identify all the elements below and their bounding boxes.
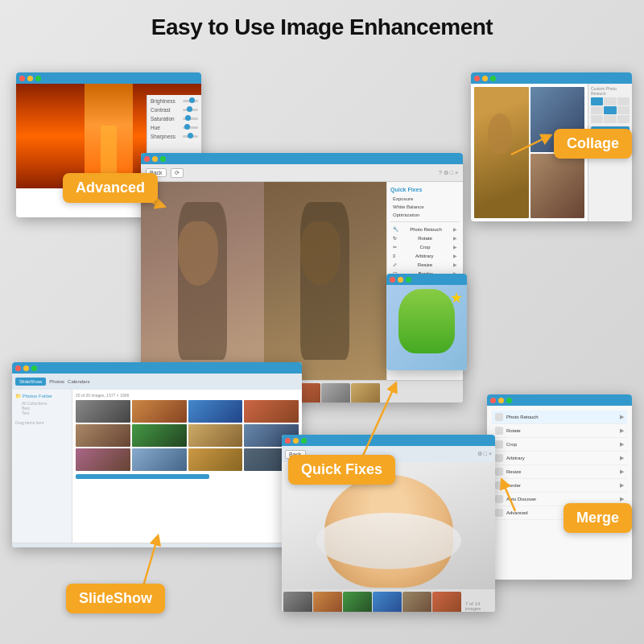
min-dot-baby — [293, 438, 299, 444]
strip-thumb-7 — [321, 383, 350, 403]
baby-thumb-2 — [313, 592, 342, 612]
merge-photo-retouch[interactable]: Photo Retouch ▶ — [492, 411, 627, 424]
ss-thumb-10 — [132, 448, 187, 471]
crop-icon — [495, 440, 503, 448]
canvas-area: Brightness Contrast Saturation Hue Sharp… — [0, 48, 644, 644]
baby-thumb-3 — [343, 592, 372, 612]
qf-rotate[interactable]: ↻ Rotate ▶ — [390, 233, 460, 242]
slideshow-progress — [76, 474, 209, 479]
photo-after — [264, 182, 387, 380]
merge-body: Photo Retouch ▶ Rotate ▶ Crop ▶ Arbitrar… — [487, 406, 632, 580]
max-dot-merge — [506, 398, 512, 403]
photo-before — [141, 182, 264, 380]
collage-photo-1 — [474, 87, 529, 218]
min-dot-merge — [498, 398, 504, 403]
cartoon-star-icon: ★ — [450, 289, 463, 307]
titlebar-baby — [282, 435, 495, 446]
slideshow-grid-area: 20 of 20 images, 1577 × 1606 — [72, 390, 302, 543]
titlebar-collage — [471, 72, 632, 84]
slideshow-count: 20 of 20 images, 1577 × 1606 — [76, 393, 299, 398]
ss-thumb-5 — [76, 424, 130, 447]
max-dot-collage — [490, 76, 496, 81]
photo-retouch-icon — [495, 413, 503, 421]
merge-resize[interactable]: Resize ▶ — [492, 465, 627, 479]
callout-quickfixes: Quick Fixes — [288, 455, 395, 485]
photo-compare — [141, 182, 386, 380]
slideshow-tab[interactable]: SlideShow — [15, 378, 46, 386]
baby-filmstrip: 7 of 14 images — [282, 589, 495, 612]
titlebar-merge — [487, 394, 632, 406]
arbitrary-icon — [495, 454, 503, 462]
divider-1 — [390, 221, 460, 222]
titlebar-quickfixes — [141, 153, 463, 164]
baby-thumb-6 — [432, 592, 461, 612]
titlebar-advanced — [16, 72, 201, 84]
rotate-icon — [495, 427, 503, 435]
slider-hue: Hue — [151, 125, 198, 130]
min-dot-collage — [482, 76, 488, 81]
merge-arbitrary[interactable]: Arbitrary ▶ — [492, 452, 627, 465]
merge-crop[interactable]: Crop ▶ — [492, 438, 627, 452]
ss-thumb-9 — [76, 448, 130, 471]
qf-title: Quick Fixes — [390, 187, 460, 192]
qf-photo-retouch[interactable]: 🔧 Photo Retouch ▶ — [390, 225, 460, 233]
ss-thumb-7 — [188, 424, 243, 447]
slider-saturation: Saturation — [151, 116, 198, 122]
slider-contrast: Contrast — [151, 107, 198, 113]
qf-white-balance[interactable]: White Balance — [390, 203, 460, 211]
advanced-icon — [495, 509, 503, 517]
qf-resize[interactable]: ⤢ Resize ▶ — [390, 260, 460, 269]
cartoon-figure — [398, 289, 455, 353]
min-dot — [27, 76, 33, 81]
window-cartoon: ★ — [386, 274, 467, 370]
slider-sharpness: Sharpness — [151, 134, 198, 139]
slider-brightness: Brightness — [151, 98, 198, 104]
ss-thumb-2 — [132, 400, 187, 423]
collage-photo-3 — [530, 154, 585, 219]
callout-collage: Collage — [554, 129, 632, 159]
titlebar-slideshow — [12, 362, 302, 374]
forward-btn[interactable]: ⟳ — [171, 168, 184, 178]
min-dot-qf — [152, 156, 158, 162]
ss-thumb-4 — [244, 400, 299, 423]
baby-image-count: 7 of 14 images — [465, 601, 493, 611]
close-dot-baby — [285, 438, 291, 444]
cartoon-body: ★ — [386, 285, 467, 370]
auto-discover-icon — [495, 495, 503, 503]
max-dot-ss — [31, 365, 37, 371]
qf-arbitrary[interactable]: ≡ Arbitrary ▶ — [390, 251, 460, 260]
slideshow-status-bar: 20 images — [12, 543, 302, 547]
close-dot-merge — [490, 398, 496, 403]
resize-icon — [495, 468, 503, 476]
max-dot — [35, 76, 41, 81]
close-dot — [19, 76, 25, 81]
ss-thumb-6 — [132, 424, 187, 447]
slideshow-grid — [76, 400, 299, 471]
baby-thumb-1 — [283, 592, 312, 612]
qf-optimization[interactable]: Optimization — [390, 211, 460, 219]
max-dot-c — [406, 277, 411, 283]
callout-advanced: Advanced — [63, 173, 158, 203]
close-dot-collage — [474, 76, 480, 81]
qf-exposure[interactable]: Exposure — [390, 195, 460, 203]
photos-folder[interactable]: 📁 Photos Folder — [15, 393, 68, 398]
ss-thumb-1 — [76, 400, 130, 423]
qf-crop[interactable]: ✂ Crop ▶ — [390, 242, 460, 251]
min-dot-c — [398, 277, 403, 283]
merge-border[interactable]: Border ▶ — [492, 479, 627, 493]
merge-rotate[interactable]: Rotate ▶ — [492, 424, 627, 438]
page-title: Easy to Use Image Enhancement — [0, 0, 644, 48]
collage-layout-grid — [591, 97, 630, 123]
window-merge: Photo Retouch ▶ Rotate ▶ Crop ▶ Arbitrar… — [487, 394, 632, 580]
ss-thumb-3 — [188, 400, 243, 423]
min-dot-ss — [23, 365, 29, 371]
baby-arms — [316, 513, 461, 569]
callout-merge: Merge — [564, 503, 632, 533]
slideshow-body: 📁 Photos Folder All Collections Best Tes… — [12, 390, 302, 543]
titlebar-cartoon — [386, 274, 467, 285]
quickfix-toolbar: Back ⟳ ? ⚙ □ × — [141, 164, 463, 182]
window-slideshow: SlideShow Photos Calendars 📁 Photos Fold… — [12, 362, 302, 547]
strip-thumb-8 — [351, 383, 380, 403]
baby-thumb-5 — [402, 592, 431, 612]
baby-thumb-4 — [373, 592, 402, 612]
